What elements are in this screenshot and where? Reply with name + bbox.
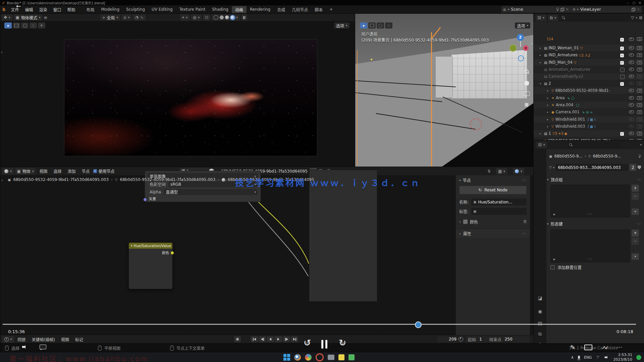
gizmo-y-axis[interactable]	[509, 45, 517, 52]
cursor-tool-button[interactable]: ✛	[38, 22, 45, 28]
properties-tab[interactable]: ◉	[534, 306, 546, 316]
select-lasso-tool-button[interactable]: ◌	[30, 22, 37, 28]
checkbox-wrap[interactable]: ✓	[620, 74, 625, 79]
gizmo-x-axis[interactable]: X	[523, 45, 529, 51]
exclude-checkbox[interactable]: ✓	[620, 75, 625, 79]
exclude-checkbox[interactable]: ✓	[620, 132, 624, 136]
tweak-tool-button[interactable]: ➤	[4, 22, 12, 28]
workspace-tab[interactable]: 动画	[232, 6, 247, 13]
expander-icon[interactable]: ▸	[540, 47, 543, 50]
principled-bsdf-node[interactable]	[309, 170, 377, 302]
hide-eye-toggle[interactable]	[629, 132, 634, 135]
select-circle-tool-button[interactable]	[377, 22, 384, 28]
add-vgroup-button[interactable]: +	[632, 185, 639, 192]
doc-taskbar-icon[interactable]	[348, 354, 355, 360]
checkbox-wrap[interactable]: ✓	[620, 37, 624, 42]
expander-icon[interactable]: ▸	[540, 132, 543, 135]
exclude-checkbox[interactable]: ✓	[620, 82, 624, 86]
outliner-row[interactable]: ▸ ☀ Area ↳ ▢ ✓	[534, 95, 644, 101]
pause-render-button[interactable]	[241, 14, 247, 20]
end-value[interactable]: 250	[505, 337, 513, 342]
skip-forward-button[interactable]: ↻ 30	[335, 338, 350, 351]
list-grip-dots[interactable]: ∷∷	[588, 257, 592, 261]
exclude-checkbox[interactable]: ✓	[620, 54, 624, 57]
outliner-row[interactable]: ▾ ▤ 2 ✓	[534, 80, 644, 87]
expander-icon[interactable]: ▸	[547, 104, 550, 107]
expander-icon[interactable]: ▸	[547, 97, 550, 100]
exclude-checkbox[interactable]: ✓	[620, 47, 624, 50]
timeline-menu[interactable]: 视图	[59, 337, 71, 342]
expander-icon[interactable]: ▾	[540, 82, 543, 85]
wifi-icon[interactable]	[596, 356, 600, 359]
row-label[interactable]: IND_Armatures	[548, 53, 578, 57]
editor-type-button[interactable]: ✥▾	[2, 14, 12, 20]
add-shapekey-button[interactable]: +	[632, 230, 639, 237]
select-lasso-tool-button[interactable]: ◌	[385, 22, 392, 28]
editor-type-button[interactable]: ⊟▾	[536, 142, 547, 148]
close-button[interactable]: ✕	[639, 1, 641, 5]
solid-shading-icon[interactable]	[220, 15, 224, 19]
options-chevron[interactable]: ▾	[640, 143, 642, 146]
copy-icon[interactable]	[632, 8, 635, 11]
outliner-row[interactable]: ▸ ◉ Camera.001 ↳ ◎ ≈ ✓	[534, 109, 644, 115]
blender-app-icon[interactable]: ꝺ	[3, 6, 5, 12]
shapekey-specials-button[interactable]: ▾	[632, 253, 639, 260]
jump-to-end-button[interactable]	[291, 336, 298, 342]
hide-eye-toggle[interactable]	[629, 53, 634, 57]
render-visibility-toggle[interactable]	[637, 75, 642, 78]
blender-taskbar-icon[interactable]	[294, 354, 301, 361]
filter-icon[interactable]: ▽	[631, 15, 634, 20]
fake-user-shield-icon[interactable]	[638, 166, 641, 169]
render-visibility-toggle[interactable]	[637, 82, 642, 85]
select-circle-tool-button[interactable]	[21, 22, 29, 28]
workspace-tab[interactable]: Sculpting	[123, 6, 148, 12]
player-progress-handle[interactable]	[415, 321, 422, 328]
hsv-node-header[interactable]: ▾ Hue/Saturation/Value	[129, 243, 172, 249]
render-visibility-toggle[interactable]	[637, 103, 642, 107]
hide-eye-toggle[interactable]	[629, 89, 634, 92]
outliner-row[interactable]: ▸ ▤ IND_Woman_01 ▽ ✓	[534, 45, 644, 51]
snapping-toggle[interactable]: ∪▾	[121, 14, 131, 20]
checkbox-wrap[interactable]: ✓	[620, 46, 624, 50]
exclude-checkbox[interactable]: ✓	[620, 61, 624, 65]
row-label[interactable]: 68b0d550-9532-4059-9bd1-	[555, 88, 610, 93]
pause-overlay-button[interactable]	[320, 340, 329, 349]
gizmo-minus-axis[interactable]	[518, 55, 524, 61]
material-shading-icon[interactable]	[225, 15, 229, 19]
color-output-socket[interactable]	[170, 251, 174, 255]
xray-toggle[interactable]: ⊡	[203, 14, 210, 20]
shading-mode-group[interactable]: ▾	[212, 14, 240, 20]
users-count-badge[interactable]: 2	[630, 164, 636, 171]
render-visibility-toggle[interactable]	[637, 110, 642, 114]
workspace-tab[interactable]: UV Editing	[148, 6, 176, 12]
collapse-icon[interactable]: ▾	[131, 244, 132, 247]
workspace-tab[interactable]: +	[326, 6, 336, 12]
workspace-tab[interactable]: Rendering	[247, 6, 274, 12]
maximize-button[interactable]: ▢	[632, 1, 635, 4]
use-preview-range-icon[interactable]	[459, 337, 463, 342]
checkbox-wrap[interactable]: ✓	[620, 81, 624, 86]
new-collection-icon[interactable]: ⊞	[639, 15, 642, 20]
topbar-menu[interactable]: 渲染	[36, 7, 50, 12]
alpha-dropdown[interactable]: 直通型▾	[164, 189, 258, 195]
notes-taskbar-icon[interactable]	[338, 354, 344, 360]
row-label[interactable]: 2	[548, 81, 551, 86]
hide-eye-toggle[interactable]	[629, 118, 634, 121]
remove-icon[interactable]: ✕	[637, 7, 640, 12]
properties-tab[interactable]: ▤	[534, 318, 546, 328]
speaker-overlay-icon[interactable]	[22, 345, 28, 349]
row-label[interactable]: Windshield.003	[555, 124, 585, 129]
scene-selector[interactable]: ◍▾ Scene ✕	[501, 6, 571, 13]
view-menu[interactable]: 视图	[37, 168, 50, 174]
render-visibility-toggle[interactable]	[637, 37, 642, 41]
list-expander-icon[interactable]: ▶	[553, 213, 555, 216]
start-value[interactable]: 1	[479, 337, 482, 342]
row-label[interactable]: Area	[556, 96, 565, 100]
mode-selector[interactable]: ▣物体模式▾	[14, 14, 43, 20]
properties-search-field[interactable]	[567, 142, 622, 148]
gizmo-z-axis[interactable]: Z	[517, 34, 524, 41]
outliner-row[interactable]: ▸ ▽ Windshield.001 ʃ ▦ ⌇ ✓	[534, 116, 644, 123]
row-label[interactable]: Area.004	[556, 103, 573, 107]
shrink-arrows-icon[interactable]: ↗↙	[602, 345, 608, 350]
name-field[interactable]: ▣Hue/Saturation...	[471, 198, 527, 205]
